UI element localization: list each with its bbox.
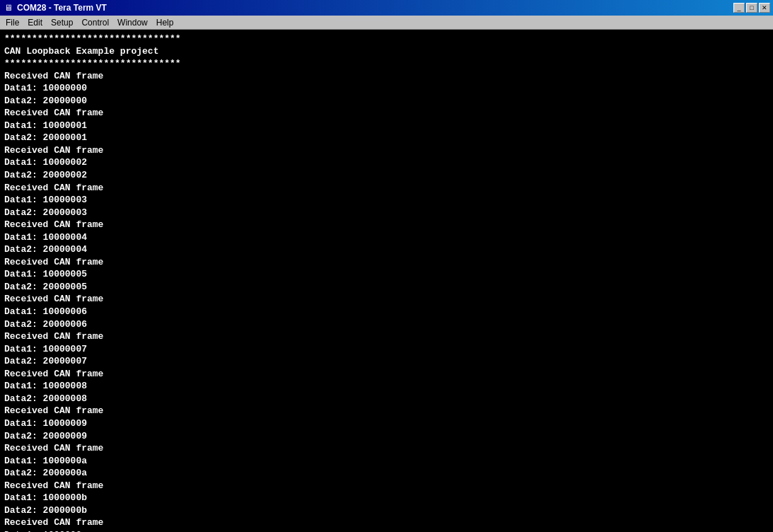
menu-edit[interactable]: Edit — [23, 16, 47, 29]
menu-setup[interactable]: Setup — [47, 16, 77, 29]
terminal-line: Data2: 20000001 — [4, 132, 769, 144]
terminal-line: Received CAN frame — [4, 516, 769, 529]
terminal-line: Data2: 2000000a — [4, 467, 769, 480]
terminal-line: Data2: 20000008 — [4, 393, 769, 405]
terminal-line: Data1: 1000000c — [4, 529, 769, 532]
terminal-line: Received CAN frame — [4, 144, 769, 157]
terminal-line: Data1: 10000005 — [4, 268, 769, 281]
terminal-line: Data2: 2000000b — [4, 504, 769, 517]
terminal-line: Received CAN frame — [4, 442, 769, 455]
terminal-line: Data2: 20000007 — [4, 355, 769, 368]
title-bar-text: COM28 - Tera Term VT — [17, 3, 731, 13]
terminal-line: Received CAN frame — [4, 219, 769, 231]
terminal-line: Data1: 10000007 — [4, 343, 769, 356]
title-bar-buttons: _ □ ✕ — [733, 3, 770, 13]
terminal-line: Data1: 10000001 — [4, 120, 769, 132]
terminal-line: Data2: 20000002 — [4, 169, 769, 182]
terminal-line: CAN Loopback Example project — [4, 45, 769, 58]
terminal-line: Received CAN frame — [4, 256, 769, 269]
menu-help[interactable]: Help — [152, 16, 178, 29]
menu-window[interactable]: Window — [113, 16, 152, 29]
terminal-line: Received CAN frame — [4, 182, 769, 195]
terminal-line: Received CAN frame — [4, 368, 769, 381]
menu-control[interactable]: Control — [77, 16, 113, 29]
terminal-line: Data1: 10000006 — [4, 306, 769, 318]
terminal-line: ******************************** — [4, 57, 769, 70]
terminal-line: Data2: 20000005 — [4, 281, 769, 294]
terminal-line: Data1: 10000004 — [4, 231, 769, 244]
title-bar: 🖥 COM28 - Tera Term VT _ □ ✕ — [0, 0, 773, 16]
maximize-button[interactable]: □ — [746, 3, 757, 13]
terminal-line: Received CAN frame — [4, 107, 769, 120]
terminal-line: Received CAN frame — [4, 70, 769, 83]
terminal-line: Data1: 10000002 — [4, 156, 769, 169]
terminal-line: Data1: 10000008 — [4, 380, 769, 393]
terminal-line: Data2: 20000006 — [4, 318, 769, 331]
terminal-line: Received CAN frame — [4, 330, 769, 343]
terminal-line: Data1: 10000000 — [4, 82, 769, 95]
terminal-line: Data2: 20000003 — [4, 207, 769, 219]
terminal-line: Data2: 20000004 — [4, 243, 769, 256]
menu-file[interactable]: File — [1, 16, 23, 29]
terminal-line: Data1: 1000000a — [4, 455, 769, 468]
terminal-line: Data1: 10000003 — [4, 194, 769, 207]
terminal-line: Data1: 1000000b — [4, 492, 769, 504]
terminal-line: Data2: 20000009 — [4, 430, 769, 443]
menu-bar: File Edit Setup Control Window Help — [0, 16, 773, 30]
close-button[interactable]: ✕ — [759, 3, 770, 13]
terminal-line: Received CAN frame — [4, 480, 769, 492]
terminal-line: Data2: 20000000 — [4, 95, 769, 108]
terminal-line: ******************************** — [4, 33, 769, 45]
terminal-line: Received CAN frame — [4, 293, 769, 306]
terminal-line: Received CAN frame — [4, 405, 769, 417]
terminal-line: Data1: 10000009 — [4, 417, 769, 430]
minimize-button[interactable]: _ — [733, 3, 745, 13]
terminal[interactable]: ********************************CAN Loop… — [0, 30, 773, 532]
title-bar-icon: 🖥 — [3, 2, 14, 13]
